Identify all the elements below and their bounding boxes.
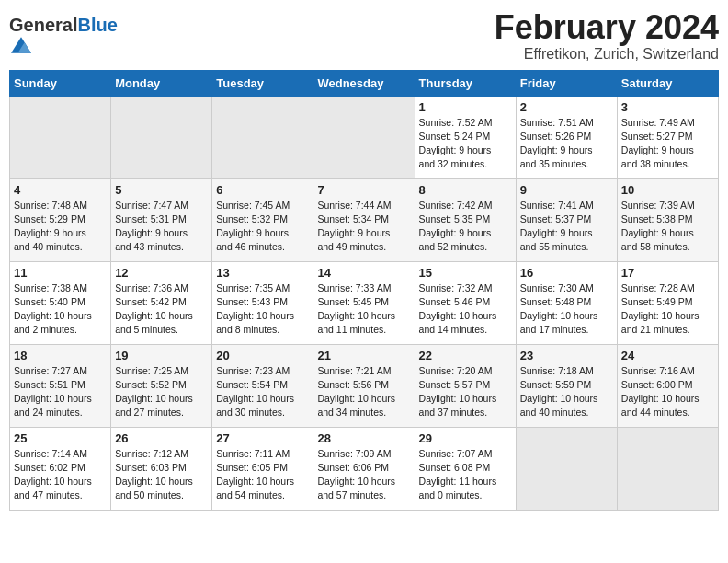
logo-general: General bbox=[9, 15, 77, 35]
day-info: Sunrise: 7:45 AMSunset: 5:32 PMDaylight:… bbox=[216, 199, 309, 255]
calendar-header: SundayMondayTuesdayWednesdayThursdayFrid… bbox=[10, 70, 719, 96]
day-info: Sunrise: 7:16 AMSunset: 6:00 PMDaylight:… bbox=[621, 364, 714, 420]
day-number: 11 bbox=[14, 266, 107, 280]
calendar-cell bbox=[10, 96, 111, 178]
calendar-cell: 9Sunrise: 7:41 AMSunset: 5:37 PMDaylight… bbox=[516, 178, 617, 261]
col-header-tuesday: Tuesday bbox=[212, 70, 313, 96]
day-info: Sunrise: 7:51 AMSunset: 5:26 PMDaylight:… bbox=[520, 116, 613, 172]
calendar-cell: 10Sunrise: 7:39 AMSunset: 5:38 PMDayligh… bbox=[617, 178, 718, 261]
calendar-cell: 2Sunrise: 7:51 AMSunset: 5:26 PMDaylight… bbox=[516, 96, 617, 178]
calendar-cell: 20Sunrise: 7:23 AMSunset: 5:54 PMDayligh… bbox=[212, 344, 313, 427]
calendar-cell: 17Sunrise: 7:28 AMSunset: 5:49 PMDayligh… bbox=[617, 261, 718, 344]
calendar-cell bbox=[313, 96, 415, 178]
col-header-wednesday: Wednesday bbox=[313, 70, 415, 96]
day-number: 9 bbox=[520, 183, 613, 197]
calendar-cell: 13Sunrise: 7:35 AMSunset: 5:43 PMDayligh… bbox=[212, 261, 313, 344]
calendar-cell: 25Sunrise: 7:14 AMSunset: 6:02 PMDayligh… bbox=[10, 427, 111, 510]
day-info: Sunrise: 7:25 AMSunset: 5:52 PMDaylight:… bbox=[115, 364, 208, 420]
day-number: 5 bbox=[115, 183, 208, 197]
calendar-cell: 15Sunrise: 7:32 AMSunset: 5:46 PMDayligh… bbox=[415, 261, 516, 344]
logo: GeneralBlue bbox=[9, 15, 118, 59]
calendar-cell: 24Sunrise: 7:16 AMSunset: 6:00 PMDayligh… bbox=[617, 344, 718, 427]
day-number: 3 bbox=[621, 100, 714, 114]
calendar-cell: 1Sunrise: 7:52 AMSunset: 5:24 PMDaylight… bbox=[415, 96, 516, 178]
day-number: 28 bbox=[317, 431, 410, 445]
day-info: Sunrise: 7:21 AMSunset: 5:56 PMDaylight:… bbox=[317, 364, 410, 420]
day-number: 13 bbox=[216, 266, 309, 280]
calendar-cell: 18Sunrise: 7:27 AMSunset: 5:51 PMDayligh… bbox=[10, 344, 111, 427]
day-info: Sunrise: 7:44 AMSunset: 5:34 PMDaylight:… bbox=[317, 199, 410, 255]
calendar-body: 1Sunrise: 7:52 AMSunset: 5:24 PMDaylight… bbox=[10, 96, 719, 510]
day-number: 15 bbox=[419, 266, 512, 280]
calendar-cell: 21Sunrise: 7:21 AMSunset: 5:56 PMDayligh… bbox=[313, 344, 415, 427]
calendar-cell: 12Sunrise: 7:36 AMSunset: 5:42 PMDayligh… bbox=[111, 261, 212, 344]
calendar-cell bbox=[516, 427, 617, 510]
day-number: 8 bbox=[419, 183, 512, 197]
day-number: 6 bbox=[216, 183, 309, 197]
day-info: Sunrise: 7:20 AMSunset: 5:57 PMDaylight:… bbox=[419, 364, 512, 420]
day-info: Sunrise: 7:41 AMSunset: 5:37 PMDaylight:… bbox=[520, 199, 613, 255]
day-info: Sunrise: 7:32 AMSunset: 5:46 PMDaylight:… bbox=[419, 282, 512, 338]
col-header-monday: Monday bbox=[111, 70, 212, 96]
day-info: Sunrise: 7:23 AMSunset: 5:54 PMDaylight:… bbox=[216, 364, 309, 420]
day-number: 2 bbox=[520, 100, 613, 114]
col-header-thursday: Thursday bbox=[415, 70, 516, 96]
day-number: 27 bbox=[216, 431, 309, 445]
calendar-cell: 4Sunrise: 7:48 AMSunset: 5:29 PMDaylight… bbox=[10, 178, 111, 261]
day-info: Sunrise: 7:30 AMSunset: 5:48 PMDaylight:… bbox=[520, 282, 613, 338]
day-info: Sunrise: 7:12 AMSunset: 6:03 PMDaylight:… bbox=[115, 447, 208, 503]
calendar-cell: 19Sunrise: 7:25 AMSunset: 5:52 PMDayligh… bbox=[111, 344, 212, 427]
day-number: 21 bbox=[317, 349, 410, 362]
day-info: Sunrise: 7:36 AMSunset: 5:42 PMDaylight:… bbox=[115, 282, 208, 338]
day-number: 19 bbox=[115, 349, 208, 362]
day-number: 16 bbox=[520, 266, 613, 280]
day-number: 17 bbox=[621, 266, 714, 280]
calendar-cell: 11Sunrise: 7:38 AMSunset: 5:40 PMDayligh… bbox=[10, 261, 111, 344]
day-number: 12 bbox=[115, 266, 208, 280]
day-info: Sunrise: 7:09 AMSunset: 6:06 PMDaylight:… bbox=[317, 447, 410, 503]
day-number: 18 bbox=[14, 349, 107, 362]
day-info: Sunrise: 7:42 AMSunset: 5:35 PMDaylight:… bbox=[419, 199, 512, 255]
logo-icon bbox=[11, 35, 31, 55]
calendar-cell: 8Sunrise: 7:42 AMSunset: 5:35 PMDaylight… bbox=[415, 178, 516, 261]
calendar-cell: 16Sunrise: 7:30 AMSunset: 5:48 PMDayligh… bbox=[516, 261, 617, 344]
col-header-sunday: Sunday bbox=[10, 70, 111, 96]
day-number: 26 bbox=[115, 431, 208, 445]
day-number: 29 bbox=[419, 431, 512, 445]
day-info: Sunrise: 7:49 AMSunset: 5:27 PMDaylight:… bbox=[621, 116, 714, 172]
calendar-cell: 26Sunrise: 7:12 AMSunset: 6:03 PMDayligh… bbox=[111, 427, 212, 510]
day-info: Sunrise: 7:27 AMSunset: 5:51 PMDaylight:… bbox=[14, 364, 107, 420]
logo-blue: Blue bbox=[77, 15, 117, 35]
calendar-cell: 27Sunrise: 7:11 AMSunset: 6:05 PMDayligh… bbox=[212, 427, 313, 510]
calendar-table: SundayMondayTuesdayWednesdayThursdayFrid… bbox=[9, 70, 719, 511]
calendar-cell: 29Sunrise: 7:07 AMSunset: 6:08 PMDayligh… bbox=[415, 427, 516, 510]
day-number: 7 bbox=[317, 183, 410, 197]
col-header-friday: Friday bbox=[516, 70, 617, 96]
col-header-saturday: Saturday bbox=[617, 70, 718, 96]
calendar-cell: 23Sunrise: 7:18 AMSunset: 5:59 PMDayligh… bbox=[516, 344, 617, 427]
day-number: 10 bbox=[621, 183, 714, 197]
day-number: 1 bbox=[419, 100, 512, 114]
day-info: Sunrise: 7:33 AMSunset: 5:45 PMDaylight:… bbox=[317, 282, 410, 338]
day-info: Sunrise: 7:07 AMSunset: 6:08 PMDaylight:… bbox=[419, 447, 512, 503]
day-info: Sunrise: 7:18 AMSunset: 5:59 PMDaylight:… bbox=[520, 364, 613, 420]
day-info: Sunrise: 7:38 AMSunset: 5:40 PMDaylight:… bbox=[14, 282, 107, 338]
calendar-cell: 14Sunrise: 7:33 AMSunset: 5:45 PMDayligh… bbox=[313, 261, 415, 344]
calendar-cell: 7Sunrise: 7:44 AMSunset: 5:34 PMDaylight… bbox=[313, 178, 415, 261]
day-info: Sunrise: 7:14 AMSunset: 6:02 PMDaylight:… bbox=[14, 447, 107, 503]
page-title: February 2024 bbox=[495, 9, 719, 46]
day-number: 14 bbox=[317, 266, 410, 280]
calendar-cell: 6Sunrise: 7:45 AMSunset: 5:32 PMDaylight… bbox=[212, 178, 313, 261]
title-block: February 2024 Effretikon, Zurich, Switze… bbox=[495, 9, 719, 63]
day-info: Sunrise: 7:48 AMSunset: 5:29 PMDaylight:… bbox=[14, 199, 107, 255]
calendar-cell bbox=[617, 427, 718, 510]
page-header: GeneralBlue February 2024 Effretikon, Zu… bbox=[9, 9, 719, 63]
calendar-cell bbox=[111, 96, 212, 178]
day-number: 20 bbox=[216, 349, 309, 362]
calendar-cell: 22Sunrise: 7:20 AMSunset: 5:57 PMDayligh… bbox=[415, 344, 516, 427]
day-info: Sunrise: 7:11 AMSunset: 6:05 PMDaylight:… bbox=[216, 447, 309, 503]
day-number: 25 bbox=[14, 431, 107, 445]
day-info: Sunrise: 7:39 AMSunset: 5:38 PMDaylight:… bbox=[621, 199, 714, 255]
day-info: Sunrise: 7:35 AMSunset: 5:43 PMDaylight:… bbox=[216, 282, 309, 338]
day-info: Sunrise: 7:52 AMSunset: 5:24 PMDaylight:… bbox=[419, 116, 512, 172]
